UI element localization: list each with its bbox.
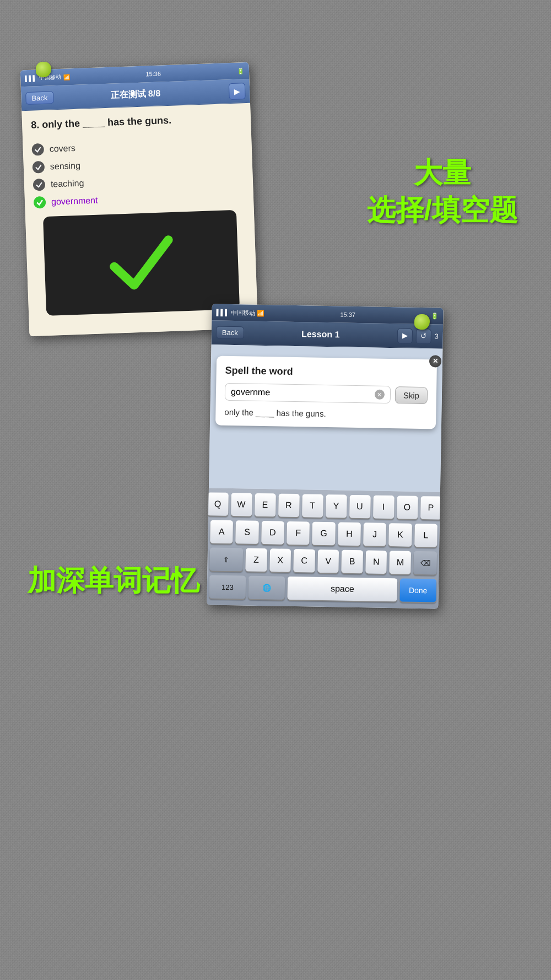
key-q[interactable]: Q — [207, 492, 229, 516]
spell-dialog-title: Spell the word — [225, 365, 428, 380]
key-g[interactable]: G — [312, 522, 336, 546]
spell-input-value: governme — [231, 387, 270, 397]
spell-skip-label: Skip — [403, 390, 419, 400]
backspace-key[interactable]: ⌫ — [413, 551, 437, 575]
quiz-nav-title: 正在测试 8/8 — [110, 88, 160, 101]
spell-nav-controls: ▶ ↺ 3 — [397, 328, 439, 344]
pushpin-spell — [414, 314, 430, 330]
keyboard-row-3: ⇧ Z X C V B N M ⌫ — [209, 547, 437, 574]
label-top-right: 大量 选择/填空题 — [367, 154, 518, 229]
label-top-right-text: 大量 选择/填空题 — [367, 154, 518, 229]
correct-checkmark-overlay — [43, 210, 240, 316]
key-b[interactable]: B — [342, 550, 363, 574]
spell-signal-bars: ▌▌▌ — [216, 309, 229, 315]
spell-wifi-icon: 📶 — [257, 309, 264, 316]
key-m[interactable]: M — [390, 551, 411, 574]
key-u[interactable]: U — [349, 495, 371, 519]
keyboard-row-2: A S D F G H J K L — [210, 520, 437, 547]
quiz-option-4-check — [34, 196, 46, 209]
quiz-question: 8. only the ____ has the guns. — [31, 112, 242, 131]
label-bottom-left-text: 加深单词记忆 — [28, 564, 199, 596]
key-s[interactable]: S — [236, 520, 259, 544]
key-e[interactable]: E — [255, 493, 276, 517]
key-c[interactable]: C — [293, 549, 315, 573]
quiz-phone-card: ▌▌▌ 中国移动 📶 15:36 🔋 Back 正在测试 8/8 ▶ 8. on… — [20, 62, 258, 336]
key-p[interactable]: P — [420, 496, 442, 520]
spell-nav-count: 3 — [434, 332, 438, 340]
spell-time: 15:37 — [340, 311, 355, 317]
quiz-option-4-text: government — [51, 196, 98, 207]
quiz-signal-bars: ▌▌▌ — [25, 75, 37, 82]
key-r[interactable]: R — [278, 494, 300, 518]
spell-clear-button[interactable]: ✕ — [375, 390, 385, 400]
key-i[interactable]: I — [373, 496, 395, 519]
quiz-option-2-text: sensing — [50, 161, 81, 172]
key-a[interactable]: A — [210, 520, 233, 543]
quiz-time: 15:36 — [145, 70, 161, 77]
quiz-back-label: Back — [31, 94, 47, 103]
spell-sentence: only the ____ has the guns. — [224, 407, 427, 420]
spell-lesson-content: ✕ Spell the word governme ✕ Skip only th… — [209, 344, 442, 492]
spell-nav-bar: Back Lesson 1 ▶ ↺ 3 — [212, 320, 444, 348]
spell-dialog: ✕ Spell the word governme ✕ Skip only th… — [215, 356, 437, 429]
pushpin-quiz — [36, 62, 51, 77]
key-n[interactable]: N — [365, 550, 387, 574]
spell-phone-card: ▌▌▌ 中国移动 📶 15:37 🔋 Back Lesson 1 ▶ ↺ 3 ✕… — [207, 304, 443, 609]
key-123[interactable]: 123 — [209, 575, 246, 599]
clear-icon: ✕ — [377, 391, 382, 398]
spell-back-button[interactable]: Back — [216, 326, 244, 340]
quiz-option-2-check — [32, 161, 45, 174]
key-z[interactable]: Z — [245, 548, 267, 572]
check-icon-4 — [36, 198, 44, 206]
key-t[interactable]: T — [302, 494, 323, 518]
quiz-option-1-check — [31, 143, 44, 156]
shift-key[interactable]: ⇧ — [209, 547, 243, 571]
spell-carrier: 中国移动 — [231, 309, 255, 316]
key-space[interactable]: space — [288, 577, 397, 601]
check-icon-2 — [35, 163, 42, 171]
key-f[interactable]: F — [287, 521, 310, 545]
correct-checkmark-icon — [107, 229, 175, 297]
quiz-play-button[interactable]: ▶ — [229, 83, 246, 100]
key-v[interactable]: V — [317, 550, 339, 573]
key-globe[interactable]: 🌐 — [249, 576, 285, 600]
key-o[interactable]: O — [397, 496, 418, 519]
quiz-option-3-text: teaching — [51, 178, 84, 189]
quiz-play-icon: ▶ — [234, 87, 240, 95]
quiz-wifi-icon: 📶 — [63, 74, 69, 80]
keyboard: Q W E R T Y U I O P A S D F G H J K L ⇧ … — [207, 488, 440, 609]
key-h[interactable]: H — [338, 522, 361, 546]
quiz-option-3-check — [33, 179, 46, 191]
key-d[interactable]: D — [261, 521, 284, 545]
spell-back-label: Back — [222, 329, 238, 337]
quiz-option-1-text: covers — [49, 143, 75, 154]
quiz-battery-icon: 🔋 — [237, 67, 245, 74]
spell-input-row: governme ✕ Skip — [225, 383, 428, 404]
key-l[interactable]: L — [414, 524, 437, 547]
key-x[interactable]: X — [269, 548, 291, 572]
spell-text-input[interactable]: governme ✕ — [225, 383, 391, 403]
spell-battery-icon: 🔋 — [431, 313, 439, 320]
spell-play-button[interactable]: ▶ — [397, 328, 412, 343]
spell-refresh-button[interactable]: ↺ — [415, 328, 431, 343]
keyboard-row-4: 123 🌐 space Done — [209, 575, 436, 602]
check-icon-3 — [35, 181, 43, 189]
keyboard-row-1: Q W E R T Y U I O P — [210, 492, 438, 519]
label-bottom-left: 加深单词记忆 — [28, 562, 199, 600]
spell-nav-title: Lesson 1 — [301, 329, 340, 340]
check-icon-1 — [34, 146, 42, 153]
quiz-back-button[interactable]: Back — [25, 91, 54, 105]
spell-signal: ▌▌▌ 中国移动 📶 — [216, 308, 264, 317]
key-done[interactable]: Done — [399, 578, 436, 602]
quiz-content: 8. only the ____ has the guns. covers se… — [21, 103, 258, 336]
key-j[interactable]: J — [363, 523, 386, 546]
key-y[interactable]: Y — [326, 494, 347, 518]
close-icon: ✕ — [433, 357, 438, 365]
key-w[interactable]: W — [231, 493, 252, 516]
spell-dialog-close[interactable]: ✕ — [429, 355, 441, 367]
spell-skip-button[interactable]: Skip — [395, 386, 428, 404]
key-k[interactable]: K — [388, 523, 412, 547]
